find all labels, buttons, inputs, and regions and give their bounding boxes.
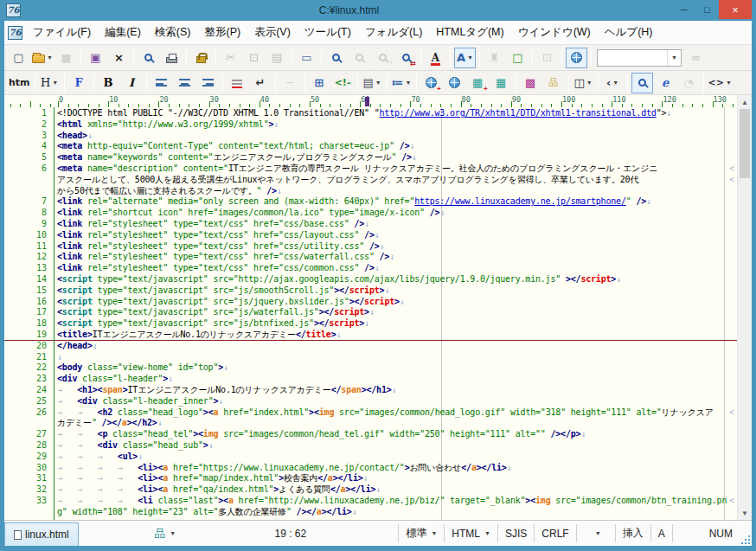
linebreak-indicator[interactable]: CRLF bbox=[535, 521, 575, 546]
list-button[interactable]: ≔▼ bbox=[391, 73, 413, 93]
menu-item-5[interactable]: ツール(T) bbox=[298, 22, 358, 43]
preview-button[interactable] bbox=[631, 73, 653, 93]
italic-button[interactable]: I bbox=[121, 73, 143, 93]
dropdown-caret[interactable]: ▼ bbox=[47, 54, 53, 61]
resize-grip[interactable] bbox=[740, 521, 752, 546]
document-tab[interactable]: linux.html bbox=[4, 522, 79, 546]
heading-button[interactable]: H▼ bbox=[39, 73, 61, 93]
toolbar-separator bbox=[516, 74, 516, 92]
save-as-button[interactable]: ▣ bbox=[85, 48, 106, 68]
red-underline-icon bbox=[232, 80, 242, 86]
mode-select[interactable]: 標準▼ bbox=[399, 521, 444, 546]
link-button[interactable] bbox=[444, 73, 465, 93]
insert-mode-indicator[interactable]: 挿入 bbox=[616, 521, 650, 546]
dropdown-caret[interactable]: ▼ bbox=[52, 80, 58, 86]
full-screen-button[interactable]: □ bbox=[507, 48, 529, 68]
scroll-thumb[interactable] bbox=[740, 109, 750, 178]
dropdown-caret[interactable]: ▼ bbox=[406, 80, 412, 86]
line-number: 16 bbox=[4, 297, 53, 308]
search-combobox-dropdown[interactable]: ▼ bbox=[667, 50, 681, 66]
align-center-button[interactable] bbox=[174, 73, 195, 93]
scroll-down-arrow[interactable]: ▼ bbox=[738, 506, 752, 520]
add-image-button[interactable]: ▦+ bbox=[467, 73, 489, 93]
print-preview-button[interactable] bbox=[138, 48, 159, 68]
char-mode-indicator[interactable]: A bbox=[651, 521, 672, 546]
menu-item-1[interactable]: 編集(E) bbox=[98, 22, 148, 43]
htm-tag-icon: htm bbox=[9, 78, 30, 87]
tag-list-button[interactable]: <>▼ bbox=[708, 73, 733, 93]
encoding-indicator[interactable]: SJIS bbox=[498, 521, 534, 546]
frame-button[interactable]: ◫▼ bbox=[573, 73, 594, 93]
maximize-button[interactable]: □ bbox=[695, 0, 719, 19]
copy-button: ⊡ bbox=[243, 48, 265, 68]
menu-item-9[interactable]: ヘルプ(H) bbox=[598, 22, 660, 43]
open-file-button[interactable]: ▼ bbox=[31, 48, 54, 68]
code-editor[interactable]: 0102030405060708090100110120130 1<!DOCTY… bbox=[4, 95, 752, 520]
minimize-button[interactable]: ─ bbox=[672, 0, 695, 19]
extra-select[interactable]: ▼ bbox=[577, 521, 615, 546]
image-button[interactable]: ▦ bbox=[490, 73, 512, 93]
menu-item-0[interactable]: ファイル(F) bbox=[26, 22, 98, 43]
line-number: 18 bbox=[4, 318, 53, 330]
comment-button[interactable]: <!- bbox=[332, 73, 354, 93]
eol-mark: ↓ bbox=[363, 473, 368, 483]
font-color-button[interactable]: A bbox=[425, 48, 446, 68]
search-button[interactable] bbox=[325, 48, 347, 68]
menu-item-7[interactable]: HTMLタグ(M) bbox=[429, 22, 510, 43]
toolbar-separator bbox=[703, 74, 704, 92]
eol-mark: ↓ bbox=[616, 274, 621, 284]
browser-globe-button[interactable] bbox=[566, 48, 587, 68]
spell-check-button[interactable]: A▼ bbox=[454, 48, 476, 68]
table-button[interactable]: ⊞ bbox=[309, 73, 330, 93]
dropdown-caret[interactable]: ▼ bbox=[612, 80, 618, 86]
scroll-track[interactable] bbox=[738, 109, 752, 506]
code-text: <head>↓ bbox=[53, 131, 93, 142]
dropdown-caret[interactable]: ▼ bbox=[586, 80, 593, 86]
htm-tag-button[interactable]: htm bbox=[8, 73, 31, 93]
app-icon: 76 bbox=[6, 3, 21, 17]
form-parts-button[interactable]: ▤▼ bbox=[362, 73, 383, 93]
dropdown-caret[interactable]: ▼ bbox=[726, 80, 732, 86]
site-tree-button[interactable]: 品 bbox=[543, 73, 565, 93]
menu-item-8[interactable]: ウインドウ(W) bbox=[511, 22, 598, 43]
ruler-label: 120 bbox=[663, 95, 676, 104]
replace-button[interactable]: ⇄ bbox=[395, 48, 417, 68]
line-number: 29 bbox=[4, 452, 53, 463]
add-link-button[interactable]: + bbox=[420, 73, 442, 93]
doctype-select[interactable]: HTML▼ bbox=[445, 521, 497, 546]
align-left-button[interactable] bbox=[151, 73, 172, 93]
line-break-button[interactable]: ↵ bbox=[250, 73, 272, 93]
document-tree-button[interactable]: 品▼ bbox=[147, 521, 183, 546]
overlay-icon: + bbox=[437, 86, 441, 93]
dropdown-caret[interactable]: ▼ bbox=[375, 80, 381, 86]
font-button[interactable]: F bbox=[68, 73, 90, 93]
menu-item-2[interactable]: 検索(S) bbox=[148, 22, 198, 43]
code-row: 22<body class="view-home" id="top">↓ bbox=[4, 362, 737, 374]
search-combobox-input[interactable] bbox=[598, 51, 667, 65]
palette-button[interactable]: ▩ bbox=[520, 73, 541, 93]
red-underline-button[interactable] bbox=[227, 73, 248, 93]
back-button[interactable]: ‹▼ bbox=[602, 73, 624, 93]
line-number: 3 bbox=[4, 131, 53, 142]
scroll-up-arrow[interactable]: ▲ bbox=[738, 95, 752, 109]
menu-item-4[interactable]: 表示(V) bbox=[247, 22, 298, 43]
code-row: 8<link rel="shortcut icon" href="images/… bbox=[4, 208, 737, 219]
bold-button[interactable]: B bbox=[98, 73, 119, 93]
line-number: 6 bbox=[4, 163, 53, 175]
text-region[interactable]: 0102030405060708090100110120130 1<!DOCTY… bbox=[4, 95, 737, 520]
lock-button[interactable] bbox=[190, 48, 212, 68]
align-right-button[interactable] bbox=[197, 73, 219, 93]
new-file-button[interactable]: ▢ bbox=[8, 48, 29, 68]
menu-item-3[interactable]: 整形(P) bbox=[197, 22, 247, 43]
close-button[interactable]: × bbox=[719, 0, 752, 19]
search-combobox[interactable]: ▼ bbox=[597, 49, 682, 67]
close-file-button[interactable]: × bbox=[108, 48, 130, 68]
command-bar-button[interactable]: ▭ bbox=[296, 48, 317, 68]
code-text: g" width="108" height="23" alt="多人数の企業研修… bbox=[53, 507, 356, 518]
line-number: 19 bbox=[4, 330, 53, 340]
dropdown-caret[interactable]: ▼ bbox=[467, 54, 473, 61]
vertical-scrollbar[interactable]: ▲ ▼ bbox=[737, 95, 752, 520]
menu-item-6[interactable]: フォルダ(L) bbox=[358, 22, 429, 43]
ie-browser-button[interactable]: e bbox=[655, 73, 676, 93]
print-button[interactable] bbox=[161, 48, 183, 68]
